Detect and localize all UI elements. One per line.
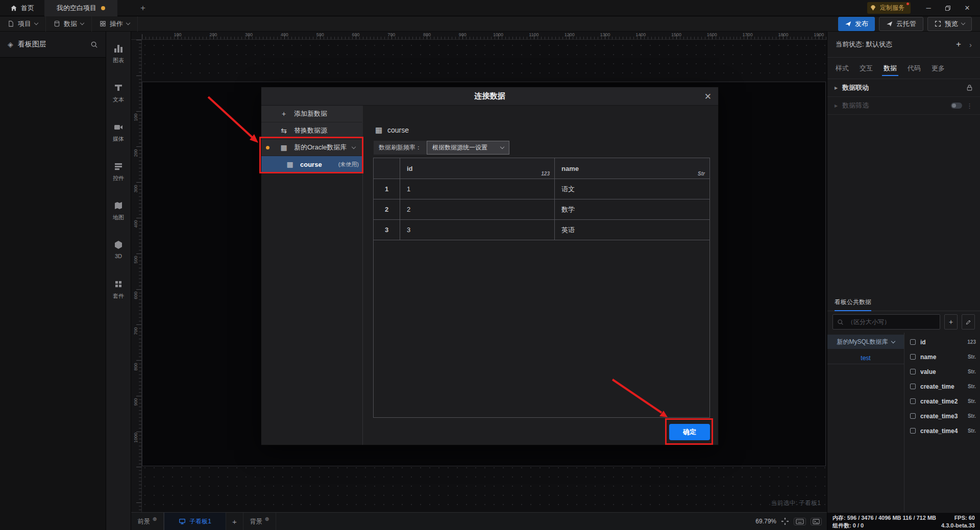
home-tab[interactable]: 首页 — [0, 0, 44, 16]
ruler-label: 100 — [133, 113, 138, 121]
field-checkbox[interactable] — [910, 413, 916, 419]
layers-search-button[interactable] — [90, 41, 98, 48]
inspector-tab-样式[interactable]: 样式 — [836, 58, 849, 79]
modal-close-button[interactable]: ✕ — [704, 87, 712, 106]
field-type-badge: Str. — [968, 354, 976, 360]
more-options-icon[interactable]: ⋮ — [966, 102, 973, 110]
datasource-table-test[interactable]: test — [827, 352, 904, 364]
menu-data[interactable]: 数据 — [46, 16, 92, 32]
common-data-tab[interactable]: 看板公共数据 — [835, 298, 871, 311]
inspector-tab-更多[interactable]: 更多 — [932, 58, 945, 79]
preview-button[interactable]: 预览 — [927, 17, 972, 31]
ruler-label: 1700 — [743, 32, 753, 37]
vip-service-badge[interactable]: 定制服务 — [867, 2, 911, 14]
ruler-label: 900 — [459, 32, 467, 37]
name-cell: 数学 — [555, 199, 709, 219]
ruler-label: 200 — [133, 149, 138, 157]
chevron-down-icon — [500, 145, 504, 149]
swap-arrows-icon: ⇆ — [280, 127, 288, 135]
publish-button[interactable]: 发布 — [838, 17, 875, 31]
ruler-label: 1200 — [565, 32, 575, 37]
component-tab-kit[interactable]: 套件 — [106, 274, 131, 314]
common-data-search-row: （区分大小写） + — [827, 311, 980, 333]
filter-toggle-off[interactable] — [951, 103, 962, 109]
ruler-label: 500 — [133, 256, 138, 264]
add-background-icon[interactable]: ⊕ — [265, 516, 269, 522]
home-icon — [10, 5, 17, 12]
refresh-frequency-label: 数据刷新频率： — [374, 141, 427, 155]
column-type-badge: 123 — [541, 171, 550, 176]
field-search-input[interactable]: （区分大小写） — [832, 314, 940, 330]
project-tab[interactable]: 我的空白项目 — [44, 0, 117, 16]
refresh-frequency-row: 数据刷新频率： 根据数据源统一设置 — [374, 141, 509, 155]
ruler-label: 1800 — [778, 32, 788, 37]
component-tab-map[interactable]: 地图 — [106, 196, 131, 235]
horizontal-ruler: 1002003004005006007008009001000110012001… — [131, 32, 827, 40]
data-linkage-section[interactable]: ▶ 数据联动 — [827, 79, 980, 97]
expand-states-icon[interactable]: › — [969, 40, 972, 49]
mysql-datasource-dropdown[interactable]: 新的MySQL数据库 — [827, 335, 904, 349]
row-number-header — [374, 158, 400, 179]
ruler-label: 800 — [133, 363, 138, 370]
component-tab-3d[interactable]: 3D — [106, 235, 131, 274]
inspector-tab-交互[interactable]: 交互 — [860, 58, 873, 79]
field-checkbox[interactable] — [910, 369, 916, 374]
keyboard-shortcuts-icon[interactable] — [794, 518, 806, 525]
component-tab-chart[interactable]: 图表 — [106, 39, 131, 78]
plus-icon: + — [280, 110, 288, 118]
new-tab-button[interactable]: + — [138, 3, 148, 13]
menu-project[interactable]: 项目 — [0, 16, 46, 32]
edit-data-button[interactable] — [962, 314, 975, 330]
add-board-button[interactable]: + — [226, 513, 243, 530]
add-state-button[interactable]: + — [956, 39, 961, 49]
field-checkbox[interactable] — [910, 339, 916, 345]
column-header-name: nameStr — [555, 158, 709, 179]
component-tab-media[interactable]: 媒体 — [106, 117, 131, 157]
refresh-frequency-select[interactable]: 根据数据源统一设置 — [427, 141, 509, 155]
console-icon[interactable] — [811, 518, 822, 525]
field-name: create_time — [920, 383, 954, 390]
ruler-label: 1500 — [671, 32, 681, 37]
fit-view-icon[interactable] — [781, 517, 789, 525]
map-icon — [113, 200, 124, 211]
restore-button[interactable] — [938, 0, 958, 16]
paper-plane-icon — [886, 20, 893, 27]
zoom-level[interactable]: 69.79% — [755, 518, 776, 525]
table-header-row: id123nameStr — [374, 158, 709, 179]
add-foreground-icon[interactable]: ⊕ — [153, 516, 157, 522]
field-row: create_time2Str. — [910, 394, 976, 409]
field-checkbox[interactable] — [910, 428, 916, 434]
field-checkbox[interactable] — [910, 384, 916, 389]
data-filter-section[interactable]: ▶ 数据筛选 ⋮ — [827, 97, 980, 115]
id-cell: 3 — [400, 220, 555, 240]
inspector-tab-数据[interactable]: 数据 — [884, 58, 897, 79]
layers-panel-title: 看板图层 — [18, 40, 46, 49]
component-tab-text[interactable]: 文本 — [106, 78, 131, 117]
add-data-button[interactable]: + — [944, 314, 958, 330]
replace-datasource-label: 替换数据源 — [294, 126, 327, 135]
menubar: 项目 数据 操作 发布 云托管 预览 — [0, 16, 980, 32]
name-cell: 语文 — [555, 179, 709, 199]
inspector-tab-代码[interactable]: 代码 — [908, 58, 921, 79]
background-tab[interactable]: 背景 ⊕ — [243, 513, 276, 530]
memory-stats: 内存: 596 / 3476 / 4096 MB 116 / 712 MB — [832, 514, 936, 522]
top-actions: 发布 云托管 预览 — [838, 17, 972, 31]
board-tab-active[interactable]: 子看板1 — [164, 513, 226, 530]
ruler-label: 700 — [387, 32, 395, 37]
close-button[interactable]: ✕ — [958, 0, 977, 16]
field-row: valueStr. — [910, 364, 976, 379]
field-checkbox[interactable] — [910, 398, 916, 404]
preview-label: 预览 — [945, 19, 958, 29]
fps-stat: FPS: 60 — [954, 514, 975, 522]
ruler-label: 100 — [174, 32, 181, 37]
menu-operate[interactable]: 操作 — [92, 16, 138, 32]
component-tab-control[interactable]: 控件 — [106, 157, 131, 196]
field-type-badge: Str. — [968, 384, 976, 389]
database-icon — [54, 20, 60, 27]
field-checkbox[interactable] — [910, 354, 916, 360]
add-new-data-item[interactable]: + 添加新数据 — [261, 106, 363, 122]
foreground-tab[interactable]: 前景 ⊕ — [131, 513, 164, 530]
cloud-host-button[interactable]: 云托管 — [879, 17, 923, 31]
minimize-button[interactable]: ─ — [919, 0, 938, 16]
cloud-host-label: 云托管 — [896, 19, 916, 29]
